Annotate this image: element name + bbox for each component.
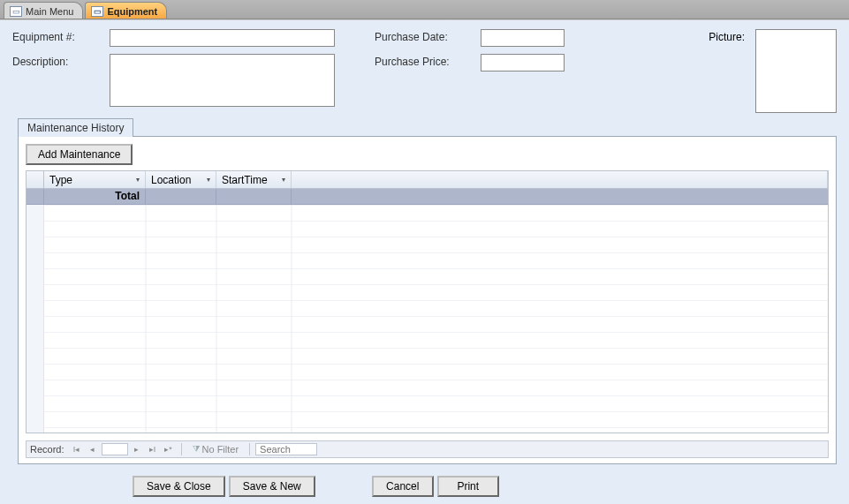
column-location[interactable]: Location ▾ (146, 171, 216, 188)
print-button[interactable]: Print (437, 476, 499, 497)
picture-box[interactable] (755, 29, 837, 113)
chevron-down-icon[interactable]: ▾ (207, 176, 210, 184)
chevron-down-icon[interactable]: ▾ (282, 176, 285, 184)
save-new-button[interactable]: Save & New (229, 476, 315, 497)
maintenance-grid: Type ▾ Location ▾ StartTime ▾ (26, 170, 829, 433)
equipment-num-input[interactable] (110, 29, 335, 47)
total-row: Total (27, 189, 828, 205)
nav-new-icon[interactable]: ▸* (162, 443, 176, 455)
cancel-button[interactable]: Cancel (372, 476, 434, 497)
record-search-input[interactable] (255, 443, 317, 455)
column-starttime[interactable]: StartTime ▾ (216, 171, 292, 188)
record-label: Record: (30, 444, 64, 455)
filter-toggle[interactable]: ⧩ No Filter (193, 444, 239, 455)
form-icon (91, 6, 103, 17)
subtab-container: Maintenance History Add Maintenance Type… (18, 117, 837, 465)
nav-prev-icon[interactable]: ◂ (86, 443, 100, 455)
description-input[interactable] (110, 54, 335, 107)
grid-empty-area[interactable] (27, 205, 828, 433)
row-selector[interactable] (27, 189, 44, 204)
tab-equipment[interactable]: Equipment (85, 2, 167, 19)
total-location-cell (146, 189, 216, 204)
add-maintenance-button[interactable]: Add Maintenance (26, 144, 133, 165)
purchase-price-input[interactable] (481, 54, 565, 71)
record-number-input[interactable] (102, 443, 128, 455)
filter-icon: ⧩ (193, 444, 200, 455)
tab-equipment-label: Equipment (107, 6, 157, 17)
maintenance-history-panel: Add Maintenance Type ▾ Location ▾ StartT… (18, 136, 837, 464)
nav-last-icon[interactable]: ▸I (146, 443, 160, 455)
purchase-date-input[interactable] (481, 29, 565, 47)
purchase-date-label: Purchase Date: (375, 29, 481, 43)
tab-main-menu[interactable]: Main Menu (4, 2, 83, 19)
form-button-bar: Save & Close Save & New Cancel Print (0, 476, 849, 497)
form-icon (10, 6, 22, 17)
chevron-down-icon[interactable]: ▾ (136, 176, 140, 184)
save-close-button[interactable]: Save & Close (133, 476, 225, 497)
row-selector-header[interactable] (27, 171, 44, 188)
grid-header: Type ▾ Location ▾ StartTime ▾ (27, 171, 828, 189)
column-type[interactable]: Type ▾ (44, 171, 146, 188)
picture-label: Picture: (709, 31, 745, 43)
description-label: Description: (12, 54, 110, 68)
total-starttime-cell (216, 189, 292, 204)
equipment-num-label: Equipment #: (12, 29, 110, 43)
column-blank (292, 171, 828, 188)
total-label: Total (44, 189, 146, 204)
record-navigator: Record: I◂ ◂ ▸ ▸I ▸* ⧩ No Filter (26, 440, 829, 458)
equipment-form: Equipment #: Purchase Date: Description:… (0, 19, 849, 504)
window-tab-strip: Main Menu Equipment (0, 0, 849, 19)
nav-next-icon[interactable]: ▸ (130, 443, 144, 455)
nav-first-icon[interactable]: I◂ (70, 443, 84, 455)
tab-maintenance-history[interactable]: Maintenance History (18, 118, 133, 137)
purchase-price-label: Purchase Price: (375, 54, 481, 68)
tab-maintenance-history-label: Maintenance History (27, 122, 124, 134)
tab-main-menu-label: Main Menu (26, 6, 73, 17)
